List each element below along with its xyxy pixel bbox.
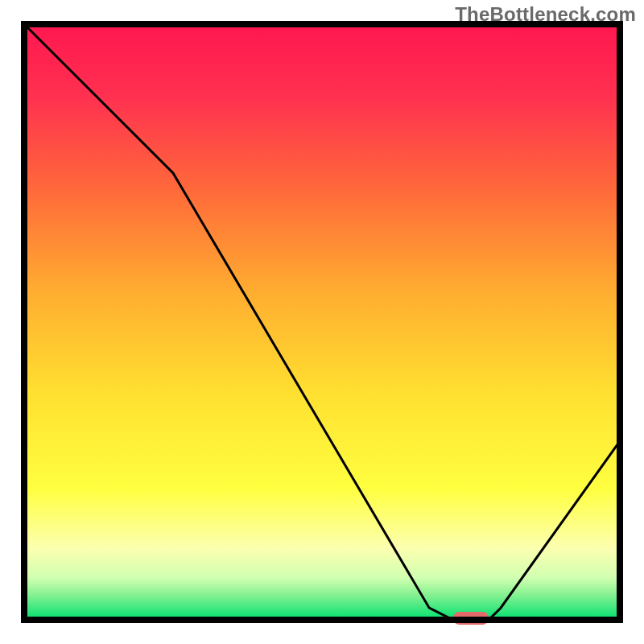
watermark-label: TheBottleneck.com	[455, 3, 636, 26]
bottleneck-chart	[0, 0, 644, 644]
chart-container: TheBottleneck.com	[0, 0, 644, 644]
